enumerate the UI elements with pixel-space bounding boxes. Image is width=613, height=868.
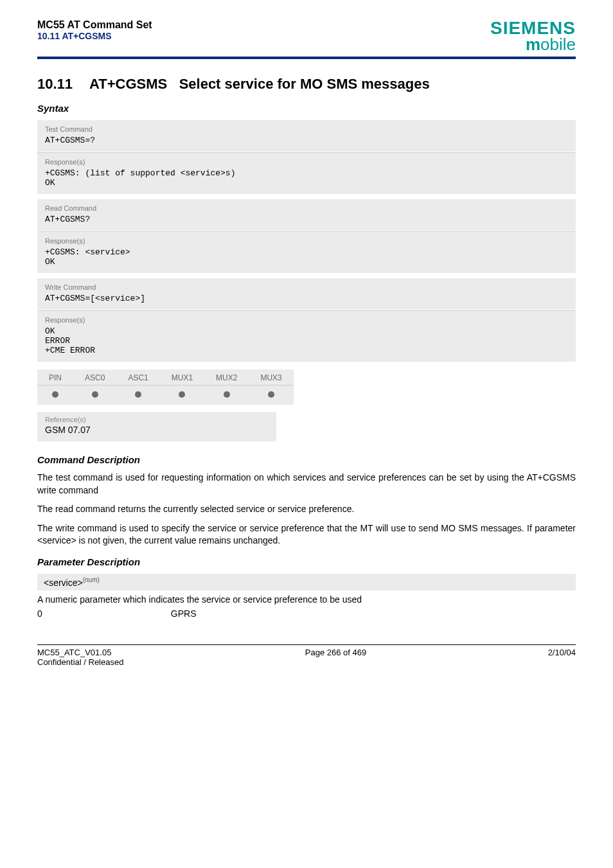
mobile-logo: mobile	[490, 36, 576, 53]
command-description-p2: The read command returns the currently s…	[37, 503, 576, 516]
support-header-mux1: MUX1	[160, 369, 204, 385]
footer-page: Page 266 of 469	[305, 648, 366, 667]
dot-icon	[135, 391, 141, 398]
mobile-logo-m: m	[526, 35, 540, 54]
parameter-row-0: 0 GPRS	[37, 608, 576, 619]
support-dot-asc0	[73, 385, 116, 405]
heading-cmd: AT+CGSMS	[89, 76, 167, 92]
header-left: MC55 AT Command Set 10.11 AT+CGSMS	[37, 19, 152, 41]
footer-version: MC55_ATC_V01.05	[37, 648, 123, 657]
read-response-row: Response(s) +CGSMS: <service> OK	[37, 231, 576, 273]
test-response-label: Response(s)	[45, 158, 568, 166]
test-command-row: Test Command AT+CGSMS=?	[37, 120, 576, 152]
write-response-row: Response(s) OK ERROR +CME ERROR	[37, 310, 576, 362]
support-dot-mux3	[249, 385, 293, 405]
footer-date: 2/10/04	[548, 648, 576, 667]
test-response-code: +CGSMS: (list of supported <service>s) O…	[45, 168, 568, 188]
test-command-label: Test Command	[45, 125, 568, 133]
support-header-asc1: ASC1	[116, 369, 159, 385]
heading-title: Select service for MO SMS messages	[179, 76, 430, 92]
test-command-code: AT+CGSMS=?	[45, 136, 568, 145]
support-table: PIN ASC0 ASC1 MUX1 MUX2 MUX3	[37, 369, 294, 405]
command-description-p3: The write command is used to specify the…	[37, 522, 576, 547]
parameter-description-heading: Parameter Description	[37, 556, 576, 567]
support-header-pin: PIN	[37, 369, 73, 385]
dot-icon	[224, 391, 230, 398]
read-command-block: Read Command AT+CGSMS? Response(s) +CGSM…	[37, 199, 576, 273]
dot-icon	[179, 391, 185, 398]
read-command-code: AT+CGSMS?	[45, 215, 568, 224]
read-command-row: Read Command AT+CGSMS?	[37, 199, 576, 231]
read-response-label: Response(s)	[45, 237, 568, 245]
write-command-label: Write Command	[45, 283, 568, 291]
parameter-row-0-key: 0	[37, 608, 42, 619]
support-header-mux2: MUX2	[204, 369, 249, 385]
test-command-block: Test Command AT+CGSMS=? Response(s) +CGS…	[37, 120, 576, 194]
parameter-tag: (num)	[83, 576, 100, 583]
reference-block: Reference(s) GSM 07.07	[37, 412, 276, 441]
parameter-text: A numeric parameter which indicates the …	[37, 594, 576, 605]
write-command-block: Write Command AT+CGSMS=[<service>] Respo…	[37, 278, 576, 362]
parameter-strip: <service>(num)	[37, 574, 576, 590]
parameter-name: <service>	[44, 578, 83, 588]
reference-label: Reference(s)	[45, 416, 269, 423]
brand-block: SIEMENS mobile	[490, 19, 576, 53]
mobile-logo-rest: obile	[540, 35, 576, 54]
command-description-heading: Command Description	[37, 454, 576, 465]
heading-number: 10.11	[37, 76, 73, 92]
support-dot-pin	[37, 385, 73, 405]
support-header-mux3: MUX3	[249, 369, 293, 385]
doc-title: MC55 AT Command Set	[37, 19, 152, 31]
write-response-code: OK ERROR +CME ERROR	[45, 326, 568, 355]
footer-left: MC55_ATC_V01.05 Confidential / Released	[37, 648, 123, 667]
dot-icon	[92, 391, 98, 398]
support-dot-asc1	[116, 385, 159, 405]
command-description-p1: The test command is used for requesting …	[37, 472, 576, 497]
footer-confidential: Confidential / Released	[37, 657, 123, 667]
page-footer: MC55_ATC_V01.05 Confidential / Released …	[37, 644, 576, 667]
support-dot-mux1	[160, 385, 204, 405]
dot-icon	[52, 391, 58, 398]
support-header-asc0: ASC0	[73, 369, 116, 385]
test-response-row: Response(s) +CGSMS: (list of supported <…	[37, 152, 576, 194]
support-dot-mux2	[204, 385, 249, 405]
write-command-row: Write Command AT+CGSMS=[<service>]	[37, 278, 576, 310]
read-command-label: Read Command	[45, 204, 568, 212]
doc-subtitle: 10.11 AT+CGSMS	[37, 31, 152, 41]
read-response-code: +CGSMS: <service> OK	[45, 247, 568, 267]
write-command-code: AT+CGSMS=[<service>]	[45, 294, 568, 303]
write-response-label: Response(s)	[45, 316, 568, 324]
reference-text: GSM 07.07	[45, 425, 269, 435]
page-header: MC55 AT Command Set 10.11 AT+CGSMS SIEME…	[37, 19, 576, 59]
dot-icon	[268, 391, 274, 398]
syntax-heading: Syntax	[37, 103, 576, 114]
parameter-row-0-val: GPRS	[171, 608, 197, 619]
section-heading: 10.11AT+CGSMS Select service for MO SMS …	[37, 76, 576, 93]
